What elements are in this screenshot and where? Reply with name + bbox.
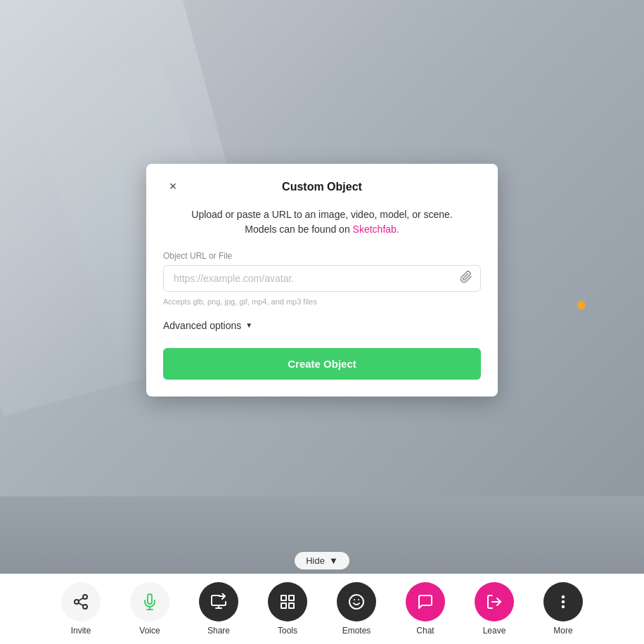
svg-point-13: [349, 595, 363, 609]
invite-icon-bg: [61, 582, 101, 622]
description-text-line2: Models can be found on: [245, 224, 349, 235]
hide-bar: Hide ▼: [0, 548, 644, 574]
toolbar-item-emotes[interactable]: Emotes: [325, 582, 388, 636]
toolbar-item-tools[interactable]: Tools: [256, 582, 319, 636]
chevron-down-icon: ▼: [245, 321, 252, 329]
svg-rect-11: [289, 603, 294, 608]
dots-icon: [555, 593, 572, 610]
toolbar-container: Hide ▼ Invite: [0, 548, 644, 644]
chevron-down-icon: ▼: [329, 555, 338, 566]
modal-title: Custom Object: [282, 181, 362, 193]
leave-icon-bg: [475, 582, 514, 622]
leave-label: Leave: [483, 626, 506, 636]
svg-line-3: [79, 603, 84, 606]
smiley-icon: [348, 593, 365, 610]
field-label: Object URL or File: [163, 251, 481, 261]
advanced-options-label: Advanced options: [163, 320, 241, 331]
voice-label: Voice: [139, 626, 160, 636]
toolbar: Invite Voice: [0, 574, 644, 644]
hide-button[interactable]: Hide ▼: [295, 552, 349, 569]
share-icon-bg: [199, 582, 238, 622]
chat-icon: [417, 593, 434, 610]
toolbar-item-leave[interactable]: Leave: [463, 582, 526, 636]
hide-label: Hide: [306, 555, 325, 566]
custom-object-modal: × Custom Object Upload or paste a URL to…: [146, 164, 498, 397]
share-icon: [72, 593, 89, 610]
voice-icon-bg: [130, 582, 169, 622]
svg-rect-9: [281, 595, 286, 600]
tools-label: Tools: [278, 626, 297, 636]
more-icon-bg: [543, 582, 583, 622]
grid-icon: [279, 593, 296, 610]
chat-icon-bg: [406, 582, 445, 622]
svg-line-4: [79, 598, 84, 601]
screen-share-icon: [210, 593, 227, 610]
toolbar-item-chat[interactable]: Chat: [394, 582, 457, 636]
modal-header: × Custom Object: [163, 181, 481, 193]
description-text-line1: Upload or paste a URL to an image, video…: [191, 209, 452, 220]
svg-rect-10: [289, 595, 294, 600]
accepts-text: Accepts glb, png, jpg, gif, mp4, and mp3…: [163, 297, 481, 306]
toolbar-item-invite[interactable]: Invite: [49, 582, 112, 636]
exit-icon: [486, 593, 503, 610]
tools-icon-bg: [268, 582, 307, 622]
toolbar-item-more[interactable]: More: [532, 582, 595, 636]
attach-icon[interactable]: [460, 271, 472, 286]
url-input-wrapper: [163, 265, 481, 292]
sketchfab-link[interactable]: Sketchfab.: [353, 224, 399, 235]
more-label: More: [553, 626, 572, 636]
toolbar-item-share[interactable]: Share: [187, 582, 250, 636]
mic-icon: [141, 593, 158, 610]
advanced-options-button[interactable]: Advanced options ▼: [163, 320, 252, 331]
url-input[interactable]: [163, 265, 481, 292]
close-button[interactable]: ×: [163, 177, 183, 197]
chat-label: Chat: [416, 626, 434, 636]
emotes-label: Emotes: [342, 626, 371, 636]
emotes-icon-bg: [337, 582, 376, 622]
svg-rect-12: [281, 603, 286, 608]
invite-label: Invite: [71, 626, 91, 636]
modal-description: Upload or paste a URL to an image, video…: [163, 207, 481, 237]
toolbar-item-voice[interactable]: Voice: [118, 582, 181, 636]
create-object-button[interactable]: Create Object: [163, 348, 481, 380]
share-label: Share: [207, 626, 230, 636]
